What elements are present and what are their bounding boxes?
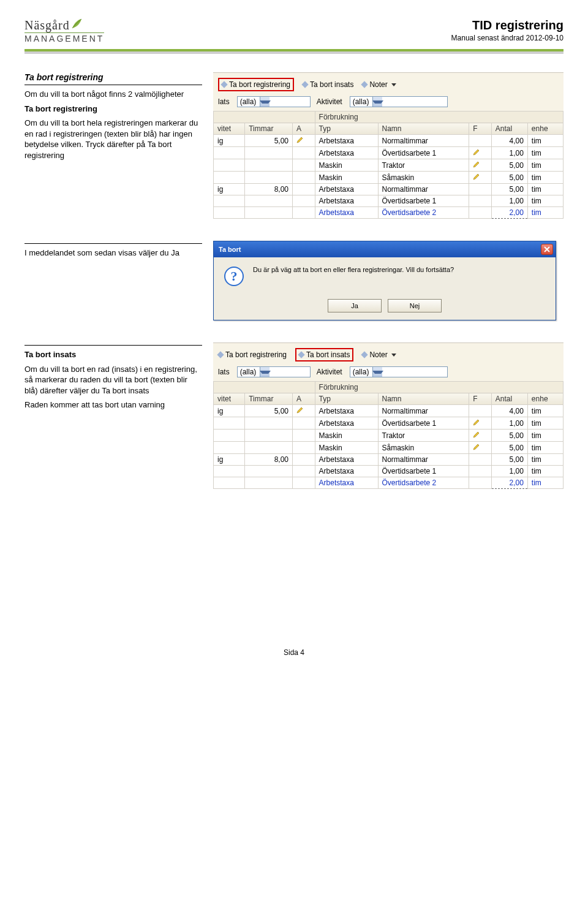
cell[interactable] <box>469 466 492 477</box>
column-header[interactable]: A <box>293 123 315 135</box>
chevron-down-icon[interactable] <box>372 367 382 377</box>
cell[interactable]: tim <box>527 442 563 454</box>
cell[interactable] <box>293 135 315 147</box>
cell[interactable]: Arbetstaxa <box>315 207 378 219</box>
cell[interactable]: tim <box>527 477 563 489</box>
cell[interactable]: tim <box>527 159 563 172</box>
cell[interactable] <box>214 442 245 454</box>
cell[interactable]: 4,00 <box>491 405 527 417</box>
cell[interactable]: Normaltimmar <box>378 454 469 466</box>
cell[interactable]: tim <box>527 405 563 417</box>
cell[interactable] <box>293 207 315 219</box>
cell[interactable] <box>469 454 492 466</box>
table-row[interactable]: ig8,00ArbetstaxaNormaltimmar5,00tim <box>214 454 564 466</box>
table-row[interactable]: MaskinTraktor5,00tim <box>214 430 564 442</box>
cell[interactable]: Arbetstaxa <box>315 454 378 466</box>
column-header[interactable]: enhe <box>527 393 563 405</box>
cell[interactable]: Maskin <box>315 442 378 454</box>
column-header[interactable]: vitet <box>214 123 245 135</box>
toolbar-item[interactable]: Noter <box>362 80 396 89</box>
column-header[interactable]: enhe <box>527 123 563 135</box>
cell[interactable]: 2,00 <box>491 207 527 219</box>
column-header[interactable]: Namn <box>378 393 469 405</box>
toolbar-item[interactable]: Ta bort insats <box>303 80 353 89</box>
cell[interactable]: Arbetstaxa <box>315 405 378 417</box>
cell[interactable] <box>214 417 245 430</box>
cell[interactable] <box>245 417 293 430</box>
table-row[interactable]: MaskinSåmaskin5,00tim <box>214 442 564 454</box>
column-header[interactable]: F <box>469 393 492 405</box>
cell[interactable]: Arbetstaxa <box>315 466 378 477</box>
cell[interactable]: tim <box>527 466 563 477</box>
cell[interactable] <box>469 405 492 417</box>
data-grid[interactable]: FörbrukningvitetTimmarATypNamnFAntalenhe… <box>213 111 564 219</box>
column-header[interactable]: F <box>469 123 492 135</box>
column-header[interactable]: Namn <box>378 123 469 135</box>
cell[interactable] <box>293 466 315 477</box>
cell[interactable] <box>469 172 492 184</box>
cell[interactable]: Såmaskin <box>378 442 469 454</box>
data-grid[interactable]: FörbrukningvitetTimmarATypNamnFAntalenhe… <box>213 381 564 489</box>
cell[interactable]: Normaltimmar <box>378 405 469 417</box>
cell[interactable] <box>245 207 293 219</box>
cell[interactable]: ig <box>214 135 245 147</box>
cell[interactable]: Arbetstaxa <box>315 135 378 147</box>
cell[interactable] <box>469 147 492 159</box>
cell[interactable] <box>293 172 315 184</box>
cell[interactable]: Normaltimmar <box>378 135 469 147</box>
table-row[interactable]: ArbetstaxaÖvertidsarbete 22,00tim <box>214 477 564 489</box>
cell[interactable]: Arbetstaxa <box>315 417 378 430</box>
cell[interactable]: 5,00 <box>491 184 527 195</box>
cell[interactable] <box>245 172 293 184</box>
column-header[interactable]: Timmar <box>245 393 293 405</box>
filter-combo-aktivitet[interactable]: (alla) <box>350 96 448 107</box>
cell[interactable]: Övertidsarbete 1 <box>378 417 469 430</box>
cell[interactable] <box>293 454 315 466</box>
cell[interactable] <box>469 430 492 442</box>
cell[interactable]: tim <box>527 184 563 195</box>
cell[interactable]: Normaltimmar <box>378 184 469 195</box>
cell[interactable]: ig <box>214 454 245 466</box>
cell[interactable] <box>293 477 315 489</box>
cell[interactable]: Arbetstaxa <box>315 195 378 207</box>
chevron-down-icon[interactable] <box>372 97 382 107</box>
cell[interactable]: ig <box>214 405 245 417</box>
yes-button[interactable]: Ja <box>328 299 382 312</box>
cell[interactable]: 1,00 <box>491 147 527 159</box>
column-header[interactable]: A <box>293 393 315 405</box>
cell[interactable] <box>293 405 315 417</box>
cell[interactable] <box>245 147 293 159</box>
table-row[interactable]: ArbetstaxaÖvertidsarbete 11,00tim <box>214 466 564 477</box>
cell[interactable] <box>469 477 492 489</box>
cell[interactable] <box>214 159 245 172</box>
column-header[interactable]: Antal <box>491 393 527 405</box>
chevron-down-icon[interactable] <box>260 97 270 107</box>
cell[interactable] <box>214 430 245 442</box>
table-row[interactable]: ig8,00ArbetstaxaNormaltimmar5,00tim <box>214 184 564 195</box>
cell[interactable] <box>469 135 492 147</box>
cell[interactable]: 4,00 <box>491 135 527 147</box>
cell[interactable]: Övertidsarbete 1 <box>378 147 469 159</box>
cell[interactable]: tim <box>527 147 563 159</box>
cell[interactable] <box>293 442 315 454</box>
cell[interactable]: 8,00 <box>245 454 293 466</box>
cell[interactable]: tim <box>527 172 563 184</box>
cell[interactable] <box>214 172 245 184</box>
cell[interactable]: tim <box>527 195 563 207</box>
cell[interactable] <box>469 195 492 207</box>
filter-combo-plats[interactable]: (alla) <box>237 96 311 107</box>
toolbar-item[interactable]: Ta bort insats <box>295 348 353 361</box>
cell[interactable]: Övertidsarbete 1 <box>378 466 469 477</box>
cell[interactable]: Såmaskin <box>378 172 469 184</box>
filter-combo-plats[interactable]: (alla) <box>237 366 311 377</box>
cell[interactable] <box>214 207 245 219</box>
cell[interactable] <box>245 430 293 442</box>
cell[interactable]: Övertidsarbete 2 <box>378 477 469 489</box>
table-row[interactable]: ArbetstaxaÖvertidsarbete 11,00tim <box>214 147 564 159</box>
chevron-down-icon[interactable] <box>260 367 270 377</box>
cell[interactable]: Maskin <box>315 430 378 442</box>
cell[interactable]: 1,00 <box>491 466 527 477</box>
table-row[interactable]: ArbetstaxaÖvertidsarbete 11,00tim <box>214 417 564 430</box>
column-header[interactable]: Typ <box>315 123 378 135</box>
cell[interactable] <box>469 207 492 219</box>
